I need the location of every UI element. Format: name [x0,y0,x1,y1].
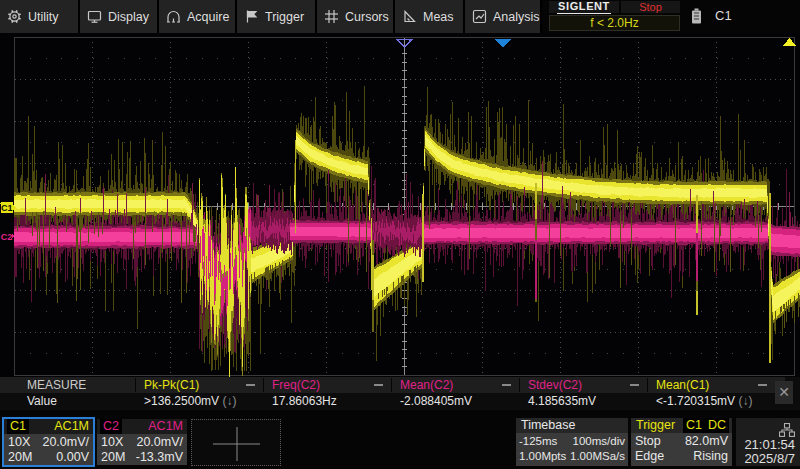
svg-text:C1: C1 [1,203,13,213]
svg-text:C2: C2 [1,232,13,242]
